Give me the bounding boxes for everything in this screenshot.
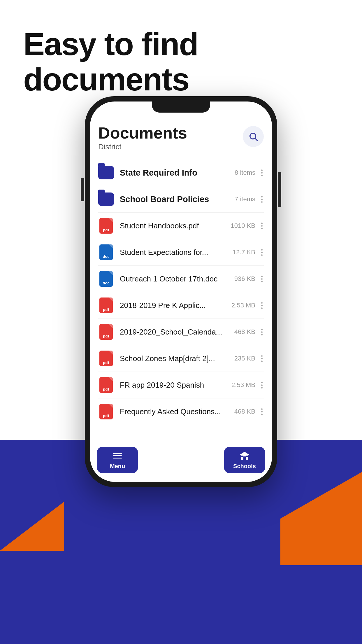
- schools-button[interactable]: Schools: [224, 447, 265, 473]
- svg-rect-4: [243, 456, 246, 460]
- svg-rect-5: [241, 456, 243, 457]
- svg-marker-3: [240, 452, 249, 455]
- more-button[interactable]: [260, 195, 264, 204]
- phone-container: Documents District: [85, 96, 277, 487]
- list-item[interactable]: pdf Frequently Asked Questions... 468 KB: [98, 398, 264, 425]
- documents-title: Documents: [98, 125, 187, 141]
- file-meta: 468 KB: [234, 328, 264, 337]
- list-item[interactable]: doc Student Expectations for... 12.7 KB: [98, 239, 264, 266]
- file-name-zones: School Zones Map[draft 2]...: [120, 354, 234, 363]
- file-name-outreach: Outreach 1 October 17th.doc: [120, 274, 234, 284]
- phone-notch: [152, 102, 210, 113]
- more-button[interactable]: [260, 274, 264, 284]
- pdf-icon: pdf: [98, 404, 114, 419]
- screen-content: Documents District: [90, 116, 272, 482]
- file-list: State Required Info 8 items: [98, 160, 264, 425]
- phone-screen: Documents District: [90, 102, 272, 482]
- list-item[interactable]: doc Outreach 1 October 17th.doc 936 KB: [98, 266, 264, 292]
- file-name-school-board: School Board Policies: [120, 195, 235, 204]
- file-meta: 235 KB: [234, 354, 264, 363]
- file-meta: 468 KB: [234, 407, 264, 416]
- schools-icon: [239, 451, 250, 461]
- svg-rect-6: [246, 456, 248, 457]
- list-item[interactable]: pdf Student Handbooks.pdf 1010 KB: [98, 213, 264, 239]
- file-name-fr-spanish: FR app 2019-20 Spanish: [120, 381, 231, 390]
- file-name-state-required: State Required Info: [120, 168, 235, 178]
- list-item[interactable]: pdf 2018-2019 Pre K Applic... 2.53 MB: [98, 292, 264, 319]
- list-item[interactable]: State Required Info 8 items: [98, 160, 264, 186]
- file-name-prek: 2018-2019 Pre K Applic...: [120, 301, 231, 310]
- list-item[interactable]: pdf School Zones Map[draft 2]... 235 KB: [98, 345, 264, 372]
- more-button[interactable]: [260, 407, 264, 416]
- folder-shape: [98, 192, 114, 206]
- file-meta: 936 KB: [234, 274, 264, 284]
- file-meta: 2.53 MB: [231, 381, 264, 390]
- documents-subtitle: District: [98, 142, 187, 151]
- file-meta: 2.53 MB: [231, 301, 264, 310]
- phone-outer: Documents District: [85, 96, 277, 487]
- file-name-expectations: Student Expectations for...: [120, 248, 233, 257]
- list-item[interactable]: School Board Policies 7 items: [98, 186, 264, 213]
- more-button[interactable]: [260, 221, 264, 230]
- more-button[interactable]: [260, 381, 264, 390]
- more-button[interactable]: [260, 354, 264, 363]
- pdf-icon: pdf: [98, 298, 114, 313]
- file-name-calendar: 2019-2020_School_Calenda...: [120, 328, 234, 337]
- more-button[interactable]: [260, 328, 264, 337]
- list-item[interactable]: pdf 2019-2020_School_Calenda... 468 KB: [98, 319, 264, 345]
- pdf-icon: pdf: [98, 324, 114, 340]
- search-button[interactable]: [243, 126, 264, 147]
- screen-header: Documents District: [98, 125, 264, 151]
- hamburger-icon: [112, 451, 123, 461]
- file-meta: 1010 KB: [231, 221, 264, 230]
- file-meta: 12.7 KB: [233, 248, 264, 257]
- file-name-handbooks: Student Handbooks.pdf: [120, 221, 231, 230]
- doc-icon: doc: [98, 244, 114, 260]
- search-icon: [248, 132, 258, 141]
- folder-icon: [98, 165, 114, 181]
- headline: Easy to find documents: [23, 26, 339, 97]
- file-meta: 8 items: [235, 168, 264, 177]
- file-name-faq: Frequently Asked Questions...: [120, 407, 234, 416]
- folder-icon: [98, 191, 114, 207]
- folder-shape: [98, 166, 114, 179]
- more-button[interactable]: [260, 248, 264, 257]
- file-meta: 7 items: [235, 195, 264, 204]
- bottom-nav: Menu Schools: [90, 444, 272, 482]
- more-button[interactable]: [260, 301, 264, 310]
- pdf-icon: pdf: [98, 218, 114, 234]
- pdf-icon: pdf: [98, 377, 114, 393]
- schools-label: Schools: [233, 463, 256, 470]
- list-item[interactable]: pdf FR app 2019-20 Spanish 2.53 MB: [98, 372, 264, 398]
- menu-button[interactable]: Menu: [97, 447, 138, 473]
- more-button[interactable]: [260, 168, 264, 177]
- svg-line-1: [255, 138, 257, 141]
- pdf-icon: pdf: [98, 351, 114, 366]
- menu-label: Menu: [110, 463, 125, 470]
- doc-icon: doc: [98, 271, 114, 287]
- title-block: Documents District: [98, 125, 187, 151]
